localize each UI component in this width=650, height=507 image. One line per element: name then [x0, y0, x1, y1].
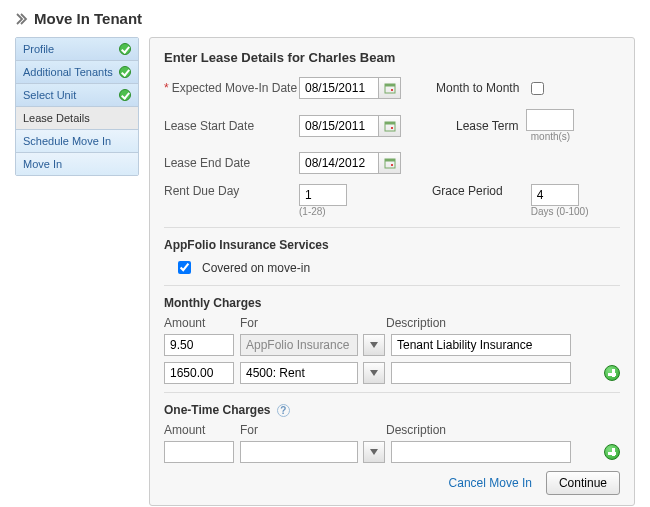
label-grace-period: Grace Period [432, 184, 503, 198]
monthly-charge-row [164, 362, 620, 384]
help-icon[interactable]: ? [277, 404, 290, 417]
lease-term-hint: month(s) [531, 131, 570, 142]
monthly-charges-header: Amount For Description [164, 316, 620, 330]
sidebar-item-select-unit[interactable]: Select Unit [16, 84, 138, 107]
svg-rect-1 [385, 84, 395, 87]
rent-due-hint: (1-28) [299, 206, 326, 217]
sidebar-item-profile[interactable]: Profile [16, 38, 138, 61]
cancel-move-in-link[interactable]: Cancel Move In [449, 476, 532, 490]
charge-description-input[interactable] [391, 362, 571, 384]
label-expected-move-in: *Expected Move-In Date [164, 81, 299, 95]
panel-heading: Enter Lease Details for Charles Beam [164, 50, 620, 65]
wizard-sidebar: Profile Additional Tenants Select Unit L… [15, 37, 139, 176]
sidebar-item-additional-tenants[interactable]: Additional Tenants [16, 61, 138, 84]
expected-move-in-input[interactable] [299, 77, 379, 99]
one-time-charges-header: Amount For Description [164, 423, 620, 437]
rent-due-day-input[interactable] [299, 184, 347, 206]
charge-amount-input[interactable] [164, 362, 234, 384]
svg-rect-2 [391, 89, 393, 91]
col-amount: Amount [164, 423, 234, 437]
col-description: Description [386, 316, 566, 330]
charge-for-input[interactable] [240, 441, 358, 463]
required-marker: * [164, 81, 169, 95]
charge-description-input[interactable] [391, 441, 571, 463]
label-lease-end: Lease End Date [164, 156, 299, 170]
monthly-charge-row [164, 334, 620, 356]
add-monthly-charge-button[interactable] [604, 365, 620, 381]
sidebar-item-label: Profile [23, 43, 54, 55]
dropdown-icon[interactable] [363, 441, 385, 463]
sidebar-item-label: Schedule Move In [23, 135, 111, 147]
check-icon [119, 43, 131, 55]
sidebar-item-label: Move In [23, 158, 62, 170]
calendar-icon[interactable] [379, 115, 401, 137]
col-for: For [240, 423, 380, 437]
monthly-charges-title: Monthly Charges [164, 296, 620, 310]
check-icon [119, 89, 131, 101]
covered-on-move-in-checkbox[interactable] [178, 261, 191, 274]
one-time-charge-row [164, 441, 620, 463]
covered-on-move-in-label: Covered on move-in [202, 261, 310, 275]
calendar-icon[interactable] [379, 152, 401, 174]
continue-button[interactable]: Continue [546, 471, 620, 495]
label-lease-start: Lease Start Date [164, 119, 299, 133]
grace-period-hint: Days (0-100) [531, 206, 589, 217]
charge-amount-input[interactable] [164, 441, 234, 463]
charge-for-input[interactable] [240, 362, 358, 384]
sidebar-item-label: Select Unit [23, 89, 76, 101]
page-title-text: Move In Tenant [34, 10, 142, 27]
divider [164, 227, 620, 228]
check-icon [119, 66, 131, 78]
grace-period-input[interactable] [531, 184, 579, 206]
main-panel: Enter Lease Details for Charles Beam *Ex… [149, 37, 635, 506]
sidebar-item-schedule-move-in[interactable]: Schedule Move In [16, 130, 138, 153]
charge-for-input [240, 334, 358, 356]
lease-start-input[interactable] [299, 115, 379, 137]
lease-term-input[interactable] [526, 109, 574, 131]
col-amount: Amount [164, 316, 234, 330]
dropdown-icon[interactable] [363, 362, 385, 384]
calendar-icon[interactable] [379, 77, 401, 99]
page-title: Move In Tenant [15, 10, 635, 27]
svg-rect-7 [385, 159, 395, 162]
month-to-month-checkbox[interactable] [531, 82, 544, 95]
charge-description-input[interactable] [391, 334, 571, 356]
dropdown-icon[interactable] [363, 334, 385, 356]
one-time-charges-title: One-Time Charges ? [164, 403, 620, 417]
svg-rect-5 [391, 127, 393, 129]
charge-amount-input[interactable] [164, 334, 234, 356]
add-one-time-charge-button[interactable] [604, 444, 620, 460]
sidebar-item-label: Lease Details [23, 112, 90, 124]
divider [164, 392, 620, 393]
svg-rect-4 [385, 122, 395, 125]
insurance-section-title: AppFolio Insurance Services [164, 238, 620, 252]
col-for: For [240, 316, 380, 330]
label-lease-term: Lease Term [456, 119, 518, 133]
sidebar-item-move-in[interactable]: Move In [16, 153, 138, 175]
svg-rect-8 [391, 164, 393, 166]
divider [164, 285, 620, 286]
sidebar-item-label: Additional Tenants [23, 66, 113, 78]
expand-icon [15, 12, 29, 26]
lease-end-input[interactable] [299, 152, 379, 174]
col-description: Description [386, 423, 566, 437]
label-rent-due-day: Rent Due Day [164, 184, 299, 198]
label-month-to-month: Month to Month [436, 81, 519, 95]
sidebar-item-lease-details[interactable]: Lease Details [16, 107, 138, 130]
